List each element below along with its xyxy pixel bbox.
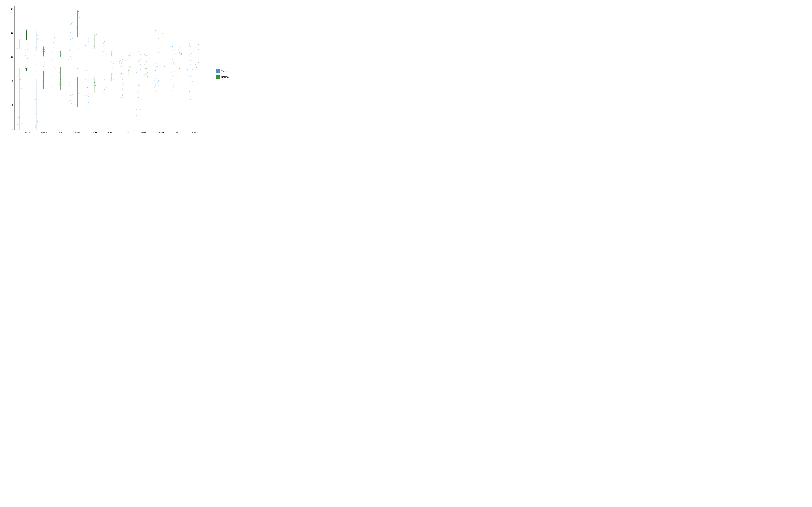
svg-point-646	[76, 15, 76, 15]
svg-point-470	[43, 47, 43, 48]
svg-point-1289	[198, 65, 198, 65]
svg-point-389	[25, 54, 26, 54]
svg-point-1201	[178, 58, 178, 58]
svg-point-568	[59, 84, 59, 84]
svg-point-729	[95, 39, 95, 39]
svg-point-964	[140, 102, 141, 102]
svg-point-1067	[155, 70, 156, 70]
svg-point-1242	[189, 44, 189, 44]
svg-point-658	[78, 106, 78, 106]
svg-point-886	[120, 73, 120, 74]
svg-point-750	[95, 36, 95, 36]
svg-point-1115	[164, 66, 165, 66]
svg-point-644	[76, 24, 76, 24]
svg-point-376	[28, 35, 28, 36]
svg-point-1297	[196, 57, 196, 58]
svg-point-1065	[157, 54, 157, 54]
svg-point-96	[71, 92, 71, 92]
svg-rect-99	[77, 37, 78, 77]
svg-point-1203	[179, 49, 179, 49]
svg-point-977	[141, 114, 142, 114]
svg-point-1166	[174, 64, 174, 65]
svg-point-220	[146, 76, 146, 76]
svg-point-585	[69, 90, 69, 90]
svg-point-963	[138, 70, 138, 70]
svg-point-433	[36, 59, 36, 60]
svg-point-516	[52, 56, 52, 56]
svg-point-1071	[154, 30, 154, 31]
svg-point-737	[96, 62, 96, 62]
svg-point-1101	[164, 36, 164, 36]
svg-point-693	[85, 70, 86, 71]
svg-point-822	[110, 63, 110, 63]
svg-point-1063	[157, 75, 158, 75]
svg-point-700	[89, 67, 90, 67]
svg-point-1083	[158, 33, 158, 33]
svg-point-83	[59, 74, 60, 75]
svg-point-649	[78, 68, 78, 69]
svg-point-520	[55, 74, 55, 74]
svg-point-423	[39, 51, 39, 51]
svg-point-392	[27, 57, 27, 58]
svg-point-771	[104, 67, 104, 67]
svg-point-1121	[171, 66, 171, 66]
svg-point-132	[95, 38, 95, 38]
svg-point-469	[44, 60, 44, 61]
svg-point-249	[162, 73, 163, 74]
svg-point-597	[73, 94, 73, 94]
svg-point-616	[69, 77, 70, 78]
svg-point-753	[95, 92, 95, 92]
svg-point-289	[191, 49, 191, 50]
svg-point-592	[70, 74, 70, 74]
svg-point-161	[111, 54, 111, 54]
y-ticks: 141210864	[9, 6, 14, 130]
svg-point-564	[61, 58, 61, 58]
svg-point-660	[76, 90, 77, 90]
svg-point-692	[88, 37, 88, 37]
svg-point-362	[20, 55, 20, 55]
svg-point-251	[163, 69, 164, 69]
svg-point-441	[35, 117, 36, 117]
svg-point-1075	[158, 38, 158, 39]
svg-point-80	[60, 89, 61, 89]
legend: TumorNormal	[214, 68, 231, 80]
svg-point-959	[137, 53, 137, 53]
svg-point-539	[56, 74, 56, 74]
svg-point-437	[35, 127, 36, 127]
svg-point-578	[68, 42, 68, 42]
svg-point-77	[61, 54, 62, 54]
svg-point-217	[145, 58, 145, 58]
svg-point-867	[123, 97, 124, 97]
svg-point-1189	[178, 59, 179, 59]
x-axis-label: PRAD	[152, 130, 169, 139]
svg-point-810	[106, 49, 106, 49]
svg-point-93	[70, 47, 70, 47]
svg-point-380	[27, 58, 28, 59]
svg-point-1138	[170, 56, 171, 56]
svg-point-748	[95, 61, 95, 61]
svg-point-334	[19, 50, 19, 51]
svg-point-232	[155, 42, 156, 42]
svg-point-21	[27, 33, 28, 33]
svg-point-1012	[147, 55, 147, 56]
svg-point-456	[36, 113, 36, 114]
svg-point-1177	[175, 88, 175, 89]
svg-point-259	[172, 50, 172, 51]
svg-point-655	[77, 50, 78, 50]
svg-point-904	[119, 83, 119, 84]
svg-point-209	[140, 88, 140, 89]
svg-point-1030	[155, 75, 155, 76]
svg-point-721	[90, 37, 90, 37]
svg-point-210	[139, 79, 140, 80]
svg-point-487	[45, 83, 45, 83]
svg-point-1199	[182, 53, 182, 54]
svg-point-1154	[175, 49, 175, 49]
svg-point-536	[55, 62, 55, 62]
svg-point-853	[122, 74, 122, 75]
svg-point-442	[35, 99, 36, 100]
svg-point-599	[69, 47, 70, 48]
svg-point-308	[197, 64, 198, 64]
svg-point-436	[39, 83, 39, 83]
svg-point-857	[120, 86, 120, 86]
svg-point-871	[121, 59, 121, 60]
